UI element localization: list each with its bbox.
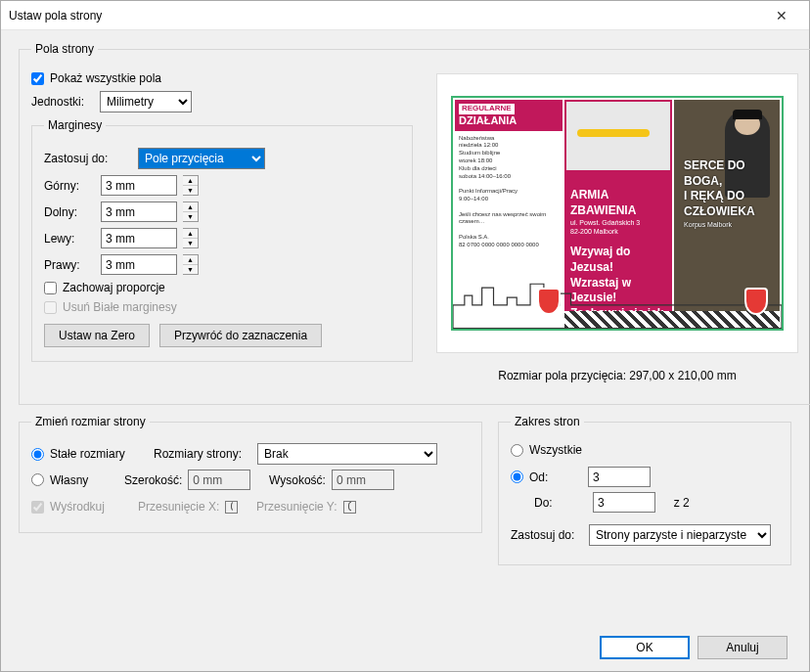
preview-caption: Rozmiar pola przycięcia: 297,00 x 210,00… bbox=[436, 369, 798, 382]
page-range-group: Zakres stron Wszystkie Od: Do: bbox=[498, 415, 791, 565]
range-from-input[interactable] bbox=[588, 467, 651, 487]
page-preview: REGULARNE DZIAŁANIA Nabożeństwaniedziela… bbox=[436, 73, 798, 353]
remove-white-row: Usuń Białe marginesy bbox=[44, 300, 400, 314]
range-apply-label: Zastosuj do: bbox=[511, 528, 583, 542]
range-from-label: Od: bbox=[529, 470, 582, 484]
margins-legend: Marginesy bbox=[44, 118, 106, 132]
margin-left-spinner[interactable]: ▲▼ bbox=[183, 228, 199, 248]
custom-size-radio[interactable] bbox=[31, 473, 44, 486]
restore-selection-button[interactable]: Przywróć do zaznaczenia bbox=[159, 324, 322, 347]
range-all-label: Wszystkie bbox=[529, 443, 582, 457]
remove-white-checkbox bbox=[44, 301, 57, 314]
shield-icon bbox=[744, 288, 768, 315]
fixed-size-radio[interactable] bbox=[31, 448, 44, 461]
margin-right-input[interactable] bbox=[101, 254, 177, 275]
resize-legend: Zmień rozmiar strony bbox=[31, 415, 150, 428]
show-all-fields-label: Pokaż wszystkie pola bbox=[50, 71, 161, 85]
units-label: Jednostki: bbox=[31, 95, 94, 109]
resize-group: Zmień rozmiar strony Stałe rozmiary Rozm… bbox=[19, 415, 482, 533]
keep-proportions-label: Zachowaj proporcje bbox=[63, 281, 165, 294]
center-checkbox bbox=[31, 501, 44, 514]
preview-castle bbox=[453, 276, 782, 329]
close-icon[interactable]: ✕ bbox=[762, 8, 801, 23]
margin-left-input[interactable] bbox=[101, 228, 177, 248]
apply-to-select[interactable]: Pole przycięcia bbox=[138, 148, 265, 169]
window-title: Ustaw pola strony bbox=[9, 9, 762, 22]
width-label: Szerokość: bbox=[124, 473, 182, 487]
margin-bottom-input[interactable] bbox=[101, 202, 177, 222]
range-all-radio[interactable] bbox=[511, 444, 523, 457]
custom-size-label: Własny bbox=[50, 473, 118, 487]
set-zero-button[interactable]: Ustaw na Zero bbox=[44, 324, 150, 347]
shield-icon bbox=[537, 288, 561, 315]
apply-to-label: Zastosuj do: bbox=[44, 152, 132, 165]
offset-y-label: Przesunięcie Y: bbox=[256, 500, 338, 514]
page-fields-legend: Pola strony bbox=[31, 42, 98, 56]
margin-top-input[interactable] bbox=[101, 175, 177, 196]
page-sizes-label: Rozmiary strony: bbox=[154, 447, 251, 461]
offset-y-input bbox=[343, 501, 356, 514]
cancel-button[interactable]: Anuluj bbox=[698, 636, 788, 659]
margins-group: Marginesy Zastosuj do: Pole przycięcia G… bbox=[31, 118, 413, 362]
show-all-fields-checkbox[interactable] bbox=[31, 72, 44, 85]
titlebar: Ustaw pola strony ✕ bbox=[1, 1, 809, 30]
remove-white-label: Usuń Białe marginesy bbox=[63, 300, 177, 314]
center-label: Wyśrodkuj bbox=[50, 500, 132, 514]
margin-bottom-label: Dolny: bbox=[44, 205, 95, 219]
offset-x-input bbox=[225, 501, 238, 514]
margin-left-label: Lewy: bbox=[44, 232, 95, 246]
height-input bbox=[332, 470, 394, 490]
page-fields-group: Pola strony Pokaż wszystkie pola Jednost… bbox=[19, 42, 810, 405]
margin-right-spinner[interactable]: ▲▼ bbox=[183, 254, 199, 275]
range-to-input[interactable] bbox=[593, 492, 655, 513]
height-label: Wysokość: bbox=[269, 473, 326, 487]
margin-bottom-spinner[interactable]: ▲▼ bbox=[183, 202, 199, 222]
range-from-radio[interactable] bbox=[511, 470, 523, 483]
ok-button[interactable]: OK bbox=[600, 636, 690, 659]
show-all-fields-checkbox-row: Pokaż wszystkie pola bbox=[31, 71, 413, 85]
range-apply-select[interactable]: Strony parzyste i nieparzyste bbox=[589, 524, 771, 546]
preview-map bbox=[566, 102, 670, 170]
margin-top-label: Górny: bbox=[44, 179, 95, 193]
units-select[interactable]: Milimetry bbox=[100, 91, 192, 112]
width-input bbox=[188, 470, 250, 490]
keep-proportions-row: Zachowaj proporcje bbox=[44, 281, 400, 294]
offset-x-label: Przesunięcie X: bbox=[138, 500, 219, 514]
margin-top-spinner[interactable]: ▲▼ bbox=[183, 175, 199, 196]
margin-right-label: Prawy: bbox=[44, 258, 95, 272]
page-sizes-select[interactable]: Brak bbox=[257, 443, 437, 465]
keep-proportions-checkbox[interactable] bbox=[44, 282, 57, 294]
dialog-content: Pola strony Pokaż wszystkie pola Jednost… bbox=[1, 30, 809, 671]
page-range-legend: Zakres stron bbox=[511, 415, 584, 428]
range-to-label: Do: bbox=[534, 496, 587, 510]
dialog-window: Ustaw pola strony ✕ Pola strony Pokaż ws… bbox=[0, 0, 810, 672]
fixed-size-label: Stałe rozmiary bbox=[50, 447, 148, 461]
range-total-label: z 2 bbox=[674, 496, 690, 510]
